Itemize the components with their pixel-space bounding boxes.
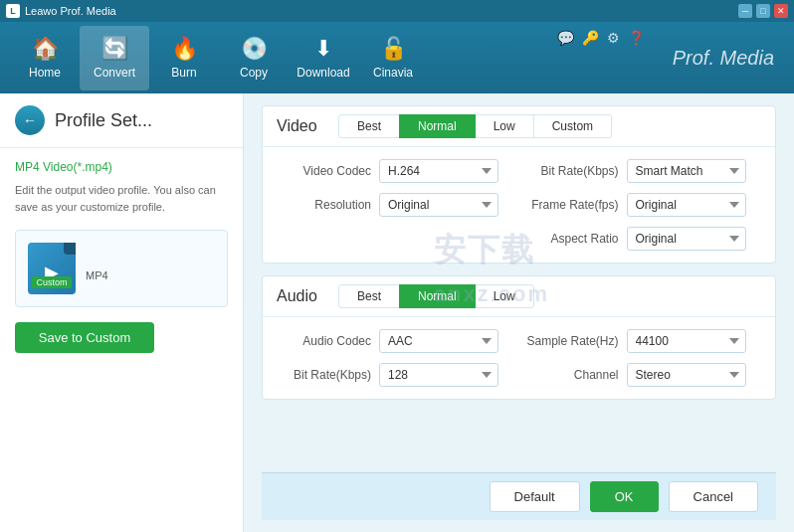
- nav-item-download[interactable]: ⬇ Download: [289, 26, 358, 90]
- nav-item-home[interactable]: 🏠 Home: [10, 26, 80, 90]
- frame-rate-label: Frame Rate(fps): [524, 198, 619, 212]
- nav-label-convert: Convert: [94, 66, 135, 80]
- channel-select[interactable]: Stereo: [627, 363, 746, 387]
- back-button[interactable]: ←: [15, 105, 45, 135]
- file-fold: [64, 243, 76, 255]
- video-section: Video Best Normal Low Custom Video Codec…: [262, 105, 776, 264]
- right-panel: 安下载anxz.com Video Best Normal Low Custom…: [244, 93, 794, 532]
- audio-section-body: Audio Codec AAC Bit Rate(Kbps) 128: [263, 317, 775, 399]
- video-codec-select[interactable]: H.264: [379, 159, 498, 183]
- convert-icon: 🔄: [101, 36, 128, 62]
- nav-bar: 🏠 Home 🔄 Convert 🔥 Burn 💿 Copy ⬇ Downloa…: [0, 22, 794, 93]
- title-bar: L Leawo Prof. Media ─ □ ✕: [0, 0, 794, 22]
- window-controls: ─ □ ✕: [738, 4, 788, 18]
- profile-description: Edit the output video profile. You also …: [15, 182, 228, 215]
- default-button[interactable]: Default: [490, 481, 580, 512]
- download-icon: ⬇: [314, 36, 332, 62]
- nav-item-copy[interactable]: 💿 Copy: [219, 26, 289, 90]
- left-content: MP4 Video(*.mp4) Edit the output video p…: [0, 148, 243, 532]
- audio-tab-low[interactable]: Low: [475, 284, 534, 308]
- video-quality-tabs: Best Normal Low Custom: [338, 114, 611, 138]
- bottom-bar: Default OK Cancel: [262, 472, 776, 520]
- minimize-button[interactable]: ─: [738, 4, 752, 18]
- resolution-row: Resolution Original: [277, 193, 514, 217]
- aspect-ratio-select[interactable]: Original: [627, 227, 746, 251]
- video-section-body: Video Codec H.264 Resolution Original: [263, 147, 775, 263]
- audio-quality-tabs: Best Normal Low: [338, 284, 533, 308]
- audio-bit-rate-row: Bit Rate(Kbps) 128: [277, 363, 514, 387]
- main-content: ← Profile Set... MP4 Video(*.mp4) Edit t…: [0, 93, 794, 532]
- title-bar-left: L Leawo Prof. Media: [6, 4, 116, 18]
- audio-tab-best[interactable]: Best: [338, 284, 400, 308]
- help-icon[interactable]: ❓: [628, 30, 645, 46]
- audio-tab-normal[interactable]: Normal: [399, 284, 476, 308]
- nav-label-copy: Copy: [240, 66, 268, 80]
- audio-codec-row: Audio Codec AAC: [277, 329, 514, 353]
- resolution-label: Resolution: [277, 198, 371, 212]
- key-icon[interactable]: 🔑: [582, 30, 599, 46]
- app-title: Leawo Prof. Media: [25, 5, 116, 17]
- sample-rate-label: Sample Rate(Hz): [524, 334, 619, 348]
- bit-rate-select[interactable]: Smart Match: [627, 159, 746, 183]
- audio-section-title: Audio: [277, 287, 326, 305]
- profile-preview: ▶ Custom MP4: [15, 230, 228, 307]
- frame-rate-row: Frame Rate(fps) Original: [524, 193, 762, 217]
- cinavia-icon: 🔓: [380, 36, 407, 62]
- bit-rate-row: Bit Rate(Kbps) Smart Match: [524, 159, 762, 183]
- audio-right-fields: Sample Rate(Hz) 44100 Channel Stereo: [524, 329, 762, 387]
- nav-label-home: Home: [29, 66, 61, 80]
- spacer: [262, 412, 776, 460]
- video-tab-low[interactable]: Low: [475, 114, 534, 138]
- audio-codec-select[interactable]: AAC: [379, 329, 498, 353]
- audio-bit-rate-label: Bit Rate(Kbps): [277, 368, 371, 382]
- burn-icon: 🔥: [171, 36, 198, 62]
- profile-type: MP4 Video(*.mp4): [15, 160, 228, 174]
- audio-section-header: Audio Best Normal Low: [263, 276, 775, 317]
- video-section-title: Video: [277, 117, 326, 135]
- chat-icon[interactable]: 💬: [557, 30, 574, 46]
- channel-label: Channel: [524, 368, 619, 382]
- nav-label-cinavia: Cinavia: [373, 66, 413, 80]
- nav-item-convert[interactable]: 🔄 Convert: [80, 26, 149, 90]
- cancel-button[interactable]: Cancel: [669, 481, 758, 512]
- video-tab-normal[interactable]: Normal: [399, 114, 476, 138]
- video-section-header: Video Best Normal Low Custom: [263, 106, 775, 147]
- nav-item-burn[interactable]: 🔥 Burn: [149, 26, 219, 90]
- video-right-fields: Bit Rate(Kbps) Smart Match Frame Rate(fp…: [524, 159, 762, 251]
- back-header: ← Profile Set...: [0, 93, 243, 148]
- app-icon: L: [6, 4, 20, 18]
- nav-label-burn: Burn: [171, 66, 196, 80]
- save-to-custom-button[interactable]: Save to Custom: [15, 322, 154, 353]
- frame-rate-select[interactable]: Original: [627, 193, 746, 217]
- video-codec-row: Video Codec H.264: [277, 159, 514, 183]
- video-tab-custom[interactable]: Custom: [533, 114, 612, 138]
- video-codec-label: Video Codec: [277, 164, 371, 178]
- audio-left-fields: Audio Codec AAC Bit Rate(Kbps) 128: [277, 329, 514, 387]
- mp4-label: MP4: [86, 269, 108, 281]
- file-icon: ▶ Custom: [28, 243, 76, 294]
- audio-section: Audio Best Normal Low Audio Codec AAC: [262, 275, 776, 400]
- settings-icon[interactable]: ⚙: [607, 30, 620, 46]
- sample-rate-select[interactable]: 44100: [627, 329, 746, 353]
- panel-title: Profile Set...: [55, 110, 152, 131]
- video-left-fields: Video Codec H.264 Resolution Original: [277, 159, 514, 251]
- bit-rate-label: Bit Rate(Kbps): [524, 164, 619, 178]
- home-icon: 🏠: [32, 36, 59, 62]
- brand-text: Prof. Media: [673, 47, 774, 69]
- copy-icon: 💿: [241, 36, 268, 62]
- left-panel: ← Profile Set... MP4 Video(*.mp4) Edit t…: [0, 93, 244, 532]
- audio-codec-label: Audio Codec: [277, 334, 371, 348]
- sample-rate-row: Sample Rate(Hz) 44100: [524, 329, 762, 353]
- resolution-select[interactable]: Original: [379, 193, 498, 217]
- channel-row: Channel Stereo: [524, 363, 762, 387]
- file-label: Custom: [32, 276, 71, 288]
- ok-button[interactable]: OK: [590, 481, 659, 512]
- nav-label-download: Download: [297, 66, 349, 80]
- brand-logo: Prof. Media: [673, 47, 774, 70]
- video-tab-best[interactable]: Best: [338, 114, 400, 138]
- audio-bit-rate-select[interactable]: 128: [379, 363, 498, 387]
- aspect-ratio-label: Aspect Ratio: [524, 232, 619, 246]
- maximize-button[interactable]: □: [756, 4, 770, 18]
- nav-item-cinavia[interactable]: 🔓 Cinavia: [358, 26, 428, 90]
- close-button[interactable]: ✕: [774, 4, 788, 18]
